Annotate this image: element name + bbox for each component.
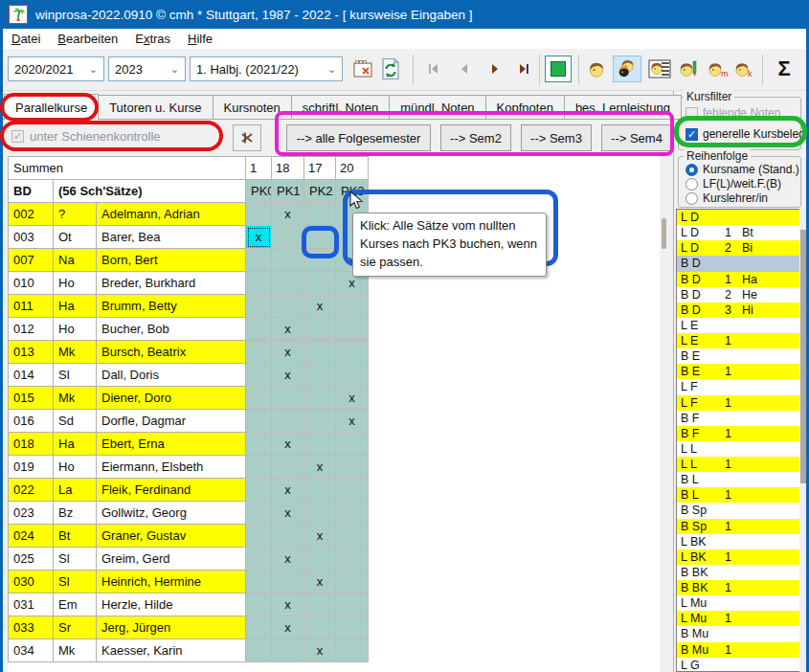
student-k-button[interactable]: k (730, 56, 757, 82)
alle-folgesemester-button[interactable]: --> alle Folgesemester (286, 124, 431, 151)
course-list-item[interactable]: B L (677, 472, 800, 487)
tab-parallelkurse[interactable]: Parallelkurse (4, 94, 99, 121)
course-list-item[interactable]: L E (677, 318, 800, 333)
course-list-item[interactable]: L E1 (677, 333, 800, 348)
course-list-item[interactable]: B Mu (677, 626, 800, 641)
matrix-cell[interactable]: x (272, 548, 304, 571)
radio-lf-weitf[interactable]: LF(L)/weit.F.(B) (685, 177, 781, 190)
matrix-cell[interactable]: x (272, 502, 304, 525)
matrix-cell[interactable] (336, 433, 369, 456)
course-list-item[interactable]: L Mu (677, 595, 800, 611)
matrix-cell[interactable] (246, 433, 272, 456)
course-list-item[interactable]: B E1 (677, 364, 800, 379)
matrix-cell[interactable]: x (272, 479, 304, 502)
students-view-button[interactable] (613, 56, 641, 82)
radio-kurslehrer[interactable]: Kurslehrer/in (685, 191, 768, 205)
matrix-cell[interactable]: x (304, 456, 336, 479)
refresh-button[interactable] (378, 56, 403, 82)
matrix-scrollbar-thumb[interactable] (662, 218, 666, 249)
course-list-item[interactable]: B Mu1 (677, 642, 800, 658)
matrix-cell[interactable] (246, 318, 272, 341)
matrix-cell[interactable]: x (272, 433, 304, 456)
matrix-cell[interactable] (246, 295, 272, 318)
course-list-item[interactable]: B Sp1 (677, 519, 800, 534)
pk2-header[interactable]: PK2 (304, 180, 336, 203)
course-list-item[interactable]: L BK (677, 534, 800, 549)
matrix-cell[interactable] (304, 226, 336, 249)
matrix-cell[interactable]: x (272, 616, 304, 639)
matrix-cell[interactable]: x (246, 226, 272, 249)
course-list-item[interactable]: L Mu1 (677, 611, 800, 626)
matrix-cell[interactable] (272, 410, 304, 433)
matrix-cell[interactable] (336, 502, 369, 525)
matrix-cell[interactable] (246, 203, 272, 226)
matrix-cell[interactable] (272, 249, 304, 272)
matrix-cell[interactable]: x (304, 295, 336, 318)
tab-kursnoten[interactable]: Kursnoten (213, 95, 292, 120)
matrix-cell[interactable]: x (304, 571, 336, 594)
matrix-cell[interactable] (272, 639, 304, 662)
matrix-cell[interactable] (304, 364, 336, 387)
matrix-cell[interactable] (272, 525, 304, 548)
matrix-cell[interactable] (246, 594, 272, 616)
cohort-select[interactable]: 2023⌄ (108, 56, 186, 81)
tab-kopfnoten[interactable]: Kopfnoten (486, 95, 565, 120)
course-list-item[interactable]: L L1 (677, 457, 800, 472)
matrix-cell[interactable] (336, 364, 369, 387)
form-delete-button[interactable] (349, 56, 376, 82)
matrix-cell[interactable] (336, 548, 369, 571)
matrix-cell[interactable] (246, 272, 272, 295)
matrix-cell[interactable] (272, 295, 304, 318)
green-square-button[interactable] (545, 56, 572, 82)
student-list-button[interactable] (646, 56, 673, 82)
matrix-cell[interactable] (246, 479, 272, 502)
menu-hilfe[interactable]: Hilfe (179, 29, 221, 49)
nav-prev-button[interactable] (451, 56, 478, 82)
matrix-cell[interactable] (304, 433, 336, 456)
unlink-button[interactable] (233, 124, 261, 151)
matrix-cell[interactable] (336, 318, 369, 341)
matrix-cell[interactable]: x (272, 364, 304, 387)
matrix-cell[interactable] (246, 249, 272, 272)
student-m-button[interactable]: m (704, 56, 730, 82)
course-list-item[interactable]: L BK1 (677, 549, 800, 565)
matrix-cell[interactable] (336, 639, 369, 662)
matrix-cell[interactable] (246, 456, 272, 479)
course-list-item[interactable]: L G (677, 658, 800, 672)
matrix-cell[interactable] (246, 525, 272, 548)
tab-bes-lernleistung[interactable]: bes. Lernleistung (565, 95, 682, 120)
menu-datei[interactable]: Datei (3, 29, 49, 49)
matrix-cell[interactable] (304, 387, 336, 410)
matrix-cell[interactable] (246, 548, 272, 571)
matrix-cell[interactable] (246, 639, 272, 662)
course-list-item[interactable]: L D1Bt (677, 225, 800, 240)
course-list-item[interactable]: B Sp (677, 503, 800, 518)
nav-first-button[interactable] (420, 56, 447, 82)
matrix-cell[interactable]: x (304, 639, 336, 662)
course-list-item[interactable]: L F (677, 379, 800, 394)
matrix-cell[interactable]: x (304, 525, 336, 548)
menu-extras[interactable]: Extras (126, 29, 179, 49)
generelle-kursbelegung-checkbox[interactable]: ✓ generelle Kursbeleg (685, 127, 805, 141)
tab-tutoren-u-kurse[interactable]: Tutoren u. Kurse (99, 95, 213, 120)
matrix-cell[interactable] (336, 295, 369, 318)
sem3-button[interactable]: --> Sem3 (521, 124, 592, 151)
pk1-header[interactable]: PK1 (272, 180, 304, 203)
matrix-cell[interactable] (246, 502, 272, 525)
matrix-cell[interactable] (246, 571, 272, 594)
matrix-cell[interactable] (246, 364, 272, 387)
matrix-cell[interactable] (304, 616, 336, 639)
matrix-cell[interactable]: x (272, 203, 304, 226)
course-list-item[interactable]: B L1 (677, 487, 800, 503)
matrix-cell[interactable] (336, 594, 369, 616)
course-list-item[interactable]: B BK (677, 565, 800, 580)
sem4-button[interactable]: --> Sem4 (601, 124, 672, 151)
matrix-cell[interactable] (336, 571, 369, 594)
matrix-cell[interactable]: x (272, 341, 304, 364)
course-list-item[interactable]: B D2He (677, 287, 800, 302)
matrix-cell[interactable] (304, 318, 336, 341)
matrix-cell[interactable] (304, 249, 336, 272)
matrix-cell[interactable] (336, 341, 369, 364)
course-list-item[interactable]: B D1Ha (677, 272, 800, 287)
nav-next-button[interactable] (482, 56, 508, 82)
